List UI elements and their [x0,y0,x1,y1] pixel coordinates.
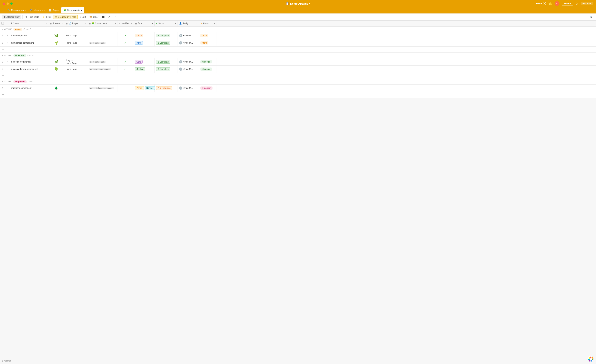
more-button[interactable]: ••• [112,15,117,19]
cell-pages[interactable] [64,85,87,92]
col-header-modifier[interactable]: ✓ Modifier ▾ [117,21,133,26]
cell-status[interactable]: 3-Complete [155,58,178,66]
share-button[interactable]: SHARE [562,2,573,6]
cell-modifier[interactable]: ✓ [117,39,133,46]
tab-milestones[interactable]: 🏁 Milestones [28,7,47,13]
cell-preview[interactable]: 🌿 [48,32,64,39]
cell-type[interactable]: Partial Banner [133,85,155,92]
group-molecule-badge[interactable]: Molecule [13,54,26,57]
minimize-button[interactable] [7,2,9,5]
cell-atomic[interactable]: Atom [199,39,217,46]
expand-button[interactable]: ⤢ [107,15,112,19]
cell-modifier[interactable]: ✓ [117,58,133,66]
col-header-preview[interactable]: ▦ Preview ▾ [48,21,64,26]
expand-row-icon[interactable]: ⤢ [7,35,8,37]
view-switcher[interactable]: ⊞ Atomic View [2,15,21,19]
cell-modifier[interactable] [117,85,133,92]
maximize-button[interactable] [10,2,13,5]
cell-components[interactable]: atom-larger-component [87,66,117,73]
group-organism-badge[interactable]: Organism [13,80,27,83]
help-colorful-button[interactable]: ? [588,356,594,362]
avatar[interactable]: V [555,1,559,6]
cell-preview[interactable]: 🍀 [48,66,64,73]
hide-fields-button[interactable]: 👁 Hide fields [24,15,40,19]
col-header-name[interactable]: A Name ▾ [9,21,48,26]
add-tab-button[interactable]: + [85,8,89,13]
col-add-button[interactable]: + [217,21,224,26]
col-header-components[interactable]: ▦ 🧩 Components ▾ [87,21,117,26]
col-checkbox[interactable] [0,21,5,26]
blocks-button[interactable]: BLOcKs [581,2,593,5]
cell-preview[interactable]: 🌲 [48,85,64,92]
hamburger-menu[interactable]: ☰ [1,8,4,12]
group-organism-chevron[interactable]: ▼ [1,81,3,83]
col-header-pages[interactable]: ▦ 📄 Pages ▾ [64,21,87,26]
cell-assign[interactable]: V Vince M... [178,58,199,66]
cell-type[interactable]: Input [133,39,155,46]
expand-row-icon[interactable]: ⤢ [7,42,8,44]
cell-pages[interactable]: Blog list Home Page [64,58,87,66]
cell-name[interactable]: molecule-component [9,58,48,66]
cell-atomic[interactable]: Molecule [199,66,217,73]
expand-row-icon[interactable]: ⤢ [7,68,8,70]
cell-type[interactable]: Section [133,66,155,73]
cell-status[interactable]: 3-Complete [155,66,178,73]
cell-name[interactable]: organism-component [9,85,48,92]
color-button[interactable]: 🎨 Color [88,15,100,19]
group-atom-chevron[interactable]: ▼ [1,28,3,30]
filter-button[interactable]: ⚡ Filter [41,15,52,19]
col-header-assign[interactable]: 👤 Assign... ▾ [178,21,199,26]
cell-atomic[interactable]: Atom [199,32,217,39]
add-row-molecule[interactable]: + [0,73,596,79]
cell-assign[interactable]: V Vince M... [178,66,199,73]
select-all-checkbox[interactable] [1,22,4,25]
cell-expand[interactable]: ⤢ [5,39,9,46]
cell-status[interactable]: 3-Complete [155,39,178,46]
help-button[interactable]: HELP ? [536,2,546,5]
cell-components[interactable]: atom-component [87,39,117,46]
cell-type[interactable]: Card [133,58,155,66]
cell-name[interactable]: molecule-larger-component [9,66,48,73]
notifications-icon[interactable]: 🔔 [549,2,552,5]
col-header-type[interactable]: ▦ Type ▾ [133,21,155,26]
cell-assign[interactable]: V Vince M... [178,85,199,92]
row-height-button[interactable]: ⬛ [100,15,106,19]
cell-components[interactable]: molecule-larger-componen [87,85,117,92]
col-header-atomic[interactable]: ● Atomic ▾ [199,21,217,26]
cell-assign[interactable]: V Vince M... [178,32,199,39]
cell-pages[interactable]: Home Page [64,66,87,73]
group-button[interactable]: ▤ Grouped by 1 field [53,15,77,19]
cell-status[interactable]: 3-Complete [155,32,178,39]
cell-atomic[interactable]: Molecule [199,58,217,66]
cell-name[interactable]: atom-component [9,32,48,39]
add-row-atom[interactable]: + [0,47,596,53]
cell-status[interactable]: 2-In Progress [155,85,178,92]
cell-pages[interactable]: Home Page [64,32,87,39]
cell-modifier[interactable]: ✓ [117,32,133,39]
tab-components[interactable]: 🧩 Components ▾ [61,7,84,13]
cell-preview[interactable]: 🌿 [48,58,64,66]
close-button[interactable] [3,2,5,5]
cell-pages[interactable]: Home Page [64,39,87,46]
cell-preview[interactable]: 🌱 [48,39,64,46]
cell-components[interactable]: atom-component [87,58,117,66]
cell-assign[interactable]: V Vince M... [178,39,199,46]
cell-name[interactable]: atom-larger-component [9,39,48,46]
cell-expand[interactable]: ⤢ [5,58,9,66]
add-row-organism[interactable]: + [0,92,596,98]
cell-components[interactable] [87,32,117,39]
cell-expand[interactable]: ⤢ [5,66,9,73]
group-atom-badge[interactable]: Atom [13,28,22,31]
expand-row-icon[interactable]: ⤢ [7,87,8,89]
tab-requirements[interactable]: 🔧 Requirements [5,7,28,13]
cell-atomic[interactable]: Organism [199,85,217,92]
col-header-status[interactable]: ● Status ▾ [155,21,178,26]
group-molecule-chevron[interactable]: ▼ [1,55,3,57]
tab-pages[interactable]: 📄 Pages [47,7,61,13]
sort-button[interactable]: ↕ Sort [78,15,87,19]
cell-expand[interactable]: ⤢ [5,85,9,92]
history-icon[interactable]: ⏱ [576,2,578,5]
search-button[interactable]: 🔍 [588,15,594,19]
cell-type[interactable]: Label [133,32,155,39]
cell-expand[interactable]: ⤢ [5,32,9,39]
